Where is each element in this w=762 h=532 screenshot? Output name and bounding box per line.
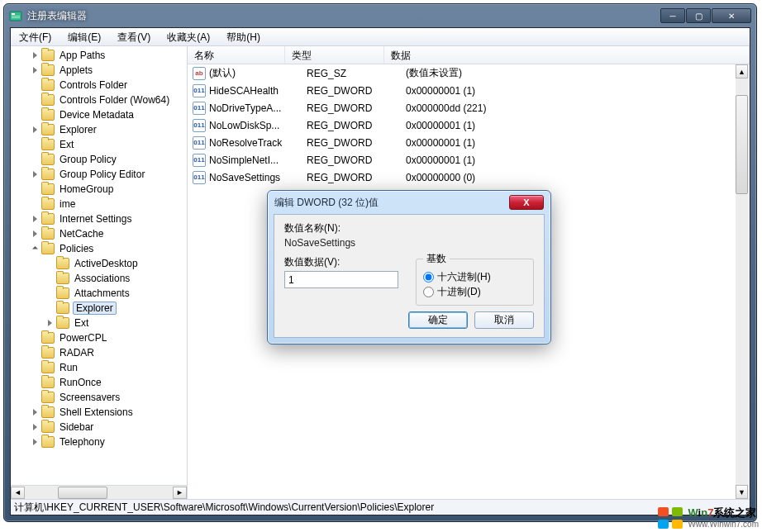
tree-row[interactable]: Controls Folder (Wow64) [11,93,187,107]
expander-closed-icon[interactable] [29,169,40,180]
folder-icon [56,287,69,299]
list-row[interactable]: NoResolveTrackREG_DWORD0x00000001 (1) [188,134,750,151]
vscroll-track[interactable] [736,78,748,485]
tree-row[interactable]: Group Policy [11,152,187,167]
tree-row[interactable]: Screensavers [11,390,187,405]
edit-dword-dialog[interactable]: 编辑 DWORD (32 位)值 X 数值名称(N): NoSaveSettin… [267,190,551,344]
tree-row[interactable]: Sidebar [11,420,187,435]
expander-closed-icon[interactable] [29,228,40,240]
tree-row[interactable]: RunOnce [11,375,187,390]
tree-row[interactable]: App Paths [11,48,187,63]
close-button[interactable]: ✕ [712,8,751,23]
radio-dec[interactable] [423,287,434,297]
expander-none [29,377,40,388]
tree-row[interactable]: Controls Folder [11,78,187,93]
tree-row[interactable]: ime [11,197,187,211]
vertical-scrollbar[interactable]: ▲ ▼ [736,64,750,499]
tree-row[interactable]: Attachments [11,286,187,301]
tree-row[interactable]: Explorer [11,122,187,137]
list-row[interactable]: HideSCAHealthREG_DWORD0x00000001 (1) [188,82,750,99]
scroll-down-button[interactable]: ▼ [736,485,748,499]
radio-hex[interactable] [423,272,434,283]
horizontal-scrollbar[interactable]: ◄ ► [11,485,187,499]
dialog-title: 编辑 DWORD (32 位)值 [274,196,509,210]
tree-row[interactable]: Explorer [11,301,187,316]
dialog-titlebar[interactable]: 编辑 DWORD (32 位)值 X [268,191,550,214]
cell-data: 0x00000001 (1) [399,137,750,149]
radio-dec-row[interactable]: 十进制(D) [423,285,526,299]
cell-data: 0x000000dd (221) [399,102,750,114]
menu-item-3[interactable]: 收藏夹(A) [159,28,218,46]
header-data[interactable]: 数据 [384,46,750,64]
expander-closed-icon[interactable] [29,213,40,225]
folder-icon [41,139,55,150]
tree-row[interactable]: Run [11,360,187,375]
radio-hex-row[interactable]: 十六进制(H) [423,270,526,284]
dialog-close-button[interactable]: X [509,195,544,210]
vscroll-thumb[interactable] [736,95,748,194]
tree-row[interactable]: Shell Extensions [11,405,187,420]
scroll-right-button[interactable]: ► [173,487,187,499]
tree-row[interactable]: Ext [11,137,187,152]
list-row[interactable]: NoLowDiskSp...REG_DWORD0x00000001 (1) [188,116,750,134]
cancel-button[interactable]: 取消 [474,311,534,329]
tree-row[interactable]: Applets [11,63,187,78]
expander-closed-icon[interactable] [29,64,40,76]
expander-closed-icon[interactable] [29,421,40,433]
value-data-input[interactable] [284,271,398,288]
tree-row[interactable]: ActiveDesktop [11,256,187,271]
tree-label: Run [58,362,79,373]
tree-row[interactable]: Ext [11,316,187,330]
tree-label: Applets [58,64,94,76]
list-header[interactable]: 名称 类型 数据 [188,46,750,64]
tree-label: Ext [58,139,75,150]
tree-label: Screensavers [58,392,121,403]
menu-item-2[interactable]: 查看(V) [109,28,159,46]
header-name[interactable]: 名称 [188,46,285,64]
scroll-left-button[interactable]: ◄ [11,487,25,499]
menu-item-0[interactable]: 文件(F) [11,28,60,46]
folder-icon [41,79,55,91]
list-row[interactable]: NoDriveTypeA...REG_DWORD0x000000dd (221) [188,99,750,116]
expander-none [44,273,55,284]
header-type[interactable]: 类型 [285,46,384,64]
ok-button[interactable]: 确定 [408,311,468,329]
folder-icon [56,317,69,329]
expander-closed-icon[interactable] [29,406,40,418]
value-name-label: 数值名称(N): [284,221,534,235]
tree-row[interactable]: Telephony [11,435,187,449]
scroll-up-button[interactable]: ▲ [736,64,748,78]
menu-item-4[interactable]: 帮助(H) [218,28,269,46]
tree-row[interactable]: PowerCPL [11,330,187,345]
folder-icon [41,124,55,135]
maximize-button[interactable]: ▢ [686,8,711,23]
folder-icon [41,436,55,448]
expander-closed-icon[interactable] [29,436,40,448]
folder-icon [41,213,55,225]
tree-row[interactable]: NetCache [11,226,187,241]
tree-label: Ext [73,317,90,329]
tree-row[interactable]: Policies [11,241,187,256]
tree-row[interactable]: Internet Settings [11,211,187,226]
scroll-track[interactable] [25,487,173,499]
menu-item-1[interactable]: 编辑(E) [60,28,109,46]
expander-closed-icon[interactable] [29,124,40,135]
minimize-button[interactable]: ─ [660,8,685,23]
expander-none [29,362,40,373]
list-row[interactable]: NoSaveSettingsREG_DWORD0x00000000 (0) [188,169,750,186]
scroll-thumb[interactable] [58,487,107,499]
list-row[interactable]: (默认)REG_SZ(数值未设置) [188,64,750,82]
expander-open-icon[interactable] [29,243,40,254]
tree-row[interactable]: HomeGroup [11,182,187,197]
tree-row[interactable]: Group Policy Editor [11,167,187,182]
tree-label: HomeGroup [58,183,115,195]
titlebar[interactable]: 注册表编辑器 ─ ▢ ✕ [4,4,756,27]
tree-row[interactable]: Device Metadata [11,107,187,122]
list-row[interactable]: NoSimpleNetI...REG_DWORD0x00000001 (1) [188,151,750,169]
expander-closed-icon[interactable] [44,317,55,329]
tree-row[interactable]: Associations [11,271,187,286]
svg-rect-1 [12,13,15,15]
expander-closed-icon[interactable] [29,50,40,61]
tree[interactable]: App PathsAppletsControls FolderControls … [11,46,187,485]
tree-row[interactable]: RADAR [11,345,187,360]
